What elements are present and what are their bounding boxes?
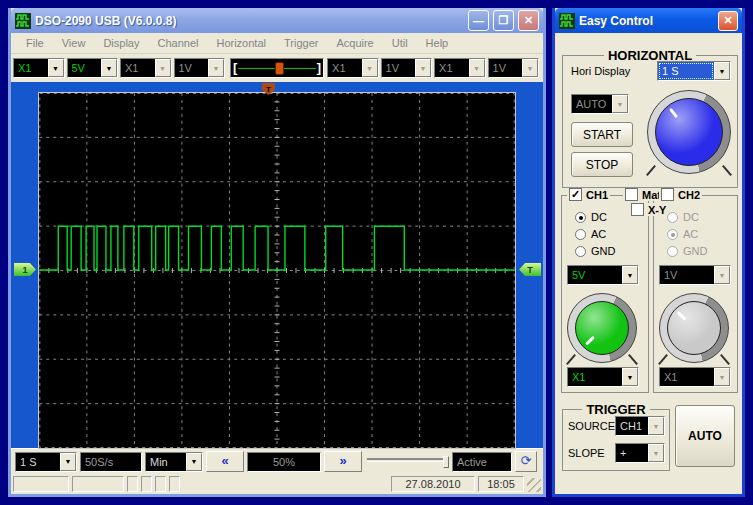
ch1-ac-label: AC [591,228,606,240]
maximize-button[interactable]: ❐ [493,10,514,31]
ch1-checkbox-label: CH1 [586,189,608,201]
chevron-down-icon: ▼ [648,417,664,435]
easy-control-titlebar: Easy Control ✕ [555,8,742,33]
chevron-down-icon: ▼ [648,444,664,462]
hori-display-combo[interactable]: 1 S ▼ [657,61,731,81]
chevron-down-icon: ▼ [622,266,638,284]
ch1-dc-radio[interactable]: DC [575,211,607,223]
time-display: 18:05 [478,476,524,492]
easy-control-client: HORIZONTAL Hori Display 1 S ▼ AUTO ▼ STA… [555,33,742,494]
scroll-left-button[interactable]: « [206,451,244,472]
trigger-position-marker[interactable] [275,62,284,75]
status-panel-6 [169,476,180,492]
menu-trigger[interactable]: Trigger [275,35,327,51]
ch2-volts-knob[interactable] [659,293,729,363]
volts-ref-combo[interactable]: 1V ▼ [488,58,540,78]
menu-acquire[interactable]: Acquire [327,35,382,51]
ch1-checkbox[interactable]: ✓ CH1 [567,188,610,201]
ch2-checkbox[interactable]: CH2 [659,188,702,201]
horizontal-position-display: 50% [247,452,321,472]
minimize-button[interactable]: — [468,10,489,31]
timebase-value: 1 S [16,453,60,471]
chevron-down-icon: ▼ [714,266,730,284]
menu-file[interactable]: File [17,35,53,51]
xy-checkbox[interactable]: X-Y [629,203,668,216]
chevron-down-icon: ▼ [622,368,638,386]
horizontal-scroll-slider[interactable] [365,454,449,470]
ch2-checkbox-label: CH2 [678,189,700,201]
scope-grid-and-trace [39,93,515,448]
menu-view[interactable]: View [53,35,95,51]
probe-ch2-combo[interactable]: X1 ▼ [120,58,172,78]
trigger-slope-value: + [616,444,648,462]
ch1-probe-combo[interactable]: X1 ▼ [567,367,639,387]
slider-groove [367,458,447,462]
sample-rate-display: 50S/s [80,452,142,472]
horizontal-mode-combo[interactable]: AUTO ▼ [571,94,629,114]
probe-ref-value: X1 [435,59,469,77]
menu-bar: File View Display Channel Horizontal Tri… [11,33,543,54]
status-panel-4 [141,476,152,492]
trigger-level-marker[interactable]: T [519,263,541,276]
app-icon [15,13,31,29]
menu-channel[interactable]: Channel [148,35,207,51]
trigger-source-value: CH1 [616,417,648,435]
timebase-combo[interactable]: 1 S ▼ [15,452,77,472]
main-window: DSO-2090 USB (V6.0.0.8) — ❐ ✕ File View … [8,8,546,497]
easy-control-window: Easy Control ✕ HORIZONTAL Hori Display 1… [552,8,745,497]
radio-dot [575,212,586,223]
slider-right-bracket: ] [317,60,321,75]
close-button[interactable]: ✕ [518,10,539,31]
close-icon[interactable]: ✕ [718,11,738,31]
ch1-volts-combo[interactable]: 5V ▼ [567,265,639,285]
ch1-volts-knob[interactable] [567,293,637,363]
status-panel-3 [127,476,138,492]
horizontal-knob[interactable] [647,90,731,174]
ch2-gnd-label: GND [683,245,707,257]
chevron-down-icon: ▼ [469,59,485,77]
status-panel-2 [72,476,124,492]
channel1-level-marker[interactable]: 1 [14,263,36,276]
chevron-down-icon: ▼ [362,59,378,77]
radio-dot [667,212,678,223]
trigger-slope-label: SLOPE [568,447,605,459]
volts-ch1-combo[interactable]: 5V ▼ [67,58,119,78]
ch1-ac-radio[interactable]: AC [575,228,606,240]
menu-display[interactable]: Display [94,35,148,51]
ch2-ac-radio: AC [667,228,698,240]
menu-horizontal[interactable]: Horizontal [207,35,275,51]
toolbar: X1 ▼ 5V ▼ X1 ▼ 1V ▼ [ ] X1 ▼ 1V ▼ [11,54,543,82]
trigger-source-combo[interactable]: CH1 ▼ [615,416,665,436]
ch2-volts-value: 1V [660,266,714,284]
refresh-icon[interactable]: ⟳ [515,451,537,472]
menu-help[interactable]: Help [417,35,458,51]
acquire-mode-combo[interactable]: Min ▼ [145,452,203,472]
probe-math-combo[interactable]: X1 ▼ [327,58,379,78]
acquisition-status-display: Active [452,452,512,472]
bottom-control-bar: 1 S ▼ 50S/s Min ▼ « 50% » Active ⟳ [11,448,543,474]
volts-ch2-combo[interactable]: 1V ▼ [174,58,226,78]
probe-ref-combo[interactable]: X1 ▼ [434,58,486,78]
menu-util[interactable]: Util [383,35,417,51]
slider-thumb[interactable] [443,456,449,468]
probe-ch1-combo[interactable]: X1 ▼ [13,58,65,78]
volts-math-combo[interactable]: 1V ▼ [381,58,433,78]
trigger-auto-button[interactable]: AUTO [675,405,735,467]
probe-ch1-value: X1 [14,59,48,77]
radio-dot [667,246,678,257]
resize-grip[interactable] [527,478,541,492]
horizontal-mode-value: AUTO [572,95,612,113]
trigger-slope-combo[interactable]: + ▼ [615,443,665,463]
hori-display-value: 1 S [658,62,714,80]
stop-button[interactable]: STOP [571,152,633,177]
trigger-position-slider[interactable]: [ ] [230,58,324,78]
ch1-gnd-label: GND [591,245,615,257]
start-button[interactable]: START [571,122,633,147]
volts-ref-value: 1V [489,59,523,77]
probe-math-value: X1 [328,59,362,77]
scope-client-area: 1 T T [11,82,543,448]
scroll-right-button[interactable]: » [324,451,362,472]
ch2-probe-value: X1 [660,368,714,386]
ch1-gnd-radio[interactable]: GND [575,245,615,257]
chevron-down-icon: ▼ [415,59,431,77]
